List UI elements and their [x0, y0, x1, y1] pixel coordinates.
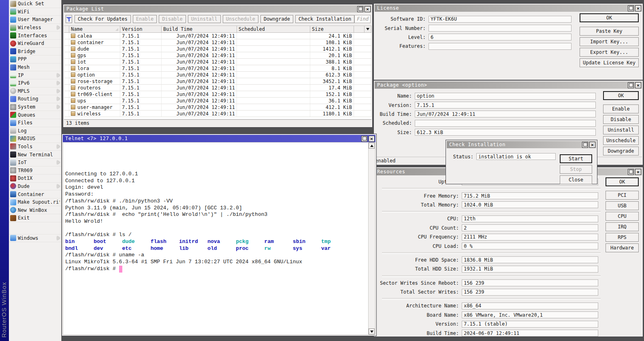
sidebar-item-queues[interactable]: Queues: [9, 111, 61, 119]
size-field[interactable]: [415, 129, 596, 136]
pci-button[interactable]: PCI: [606, 191, 639, 200]
scheduled-field[interactable]: [415, 120, 596, 127]
table-row[interactable]: wireless7.15.1Jun/07/2024 12:49:111180.1…: [64, 111, 371, 117]
sidebar-item-wireless[interactable]: Wireless: [9, 24, 61, 32]
table-row[interactable]: container7.15.1Jun/07/2024 12:49:11108.1…: [64, 39, 371, 46]
table-row[interactable]: routeros7.15.1Jun/07/2024 12:49:1117.4 M…: [64, 85, 371, 91]
cpu-field[interactable]: [462, 215, 598, 222]
paste-key-button[interactable]: Paste Key: [580, 27, 639, 36]
column-scheduled[interactable]: Scheduled: [237, 26, 310, 33]
irq-button[interactable]: IRQ: [606, 222, 639, 231]
sidebar-item-wifi[interactable]: WiFi: [9, 8, 61, 16]
terminal-scrollbar[interactable]: [368, 143, 375, 335]
sector-writes-since-reboot-field[interactable]: [462, 279, 598, 286]
architecture-name-field[interactable]: [462, 303, 598, 309]
sidebar-item-bridge[interactable]: Bridge: [9, 48, 61, 56]
sidebar-item-ip[interactable]: IP: [9, 71, 61, 79]
level-field[interactable]: [429, 34, 571, 40]
close-button[interactable]: ×: [635, 169, 641, 175]
update-license-key-button[interactable]: Update License Key: [580, 58, 639, 67]
find-input[interactable]: Find: [354, 15, 371, 23]
sidebar-item-system[interactable]: System: [9, 103, 61, 111]
column-select[interactable]: [64, 26, 69, 33]
table-row[interactable]: rose-storage7.15.1Jun/07/2024 12:49:1134…: [64, 78, 371, 85]
sidebar-item-windows[interactable]: Windows: [9, 234, 61, 243]
sidebar-item-interfaces[interactable]: Interfaces: [9, 32, 61, 40]
rps-button[interactable]: RPS: [606, 233, 639, 242]
close-button[interactable]: ×: [635, 82, 641, 88]
free-hdd-space-field[interactable]: [462, 256, 598, 263]
column-size[interactable]: Size: [310, 26, 354, 33]
sidebar-item-quick-set[interactable]: Quick Set: [9, 0, 61, 8]
export-key-button[interactable]: Export Key...: [580, 48, 639, 57]
total-hdd-size-field[interactable]: [462, 266, 598, 273]
filter-button[interactable]: [66, 15, 72, 23]
usb-button[interactable]: USB: [606, 201, 639, 210]
maximize-button[interactable]: [628, 82, 634, 88]
unschedule-button[interactable]: Unschedule: [603, 136, 639, 145]
column-dropdown-button[interactable]: [365, 26, 371, 33]
terminal-output[interactable]: Connecting to 127.0.0.1Connected to 127.…: [63, 143, 369, 335]
check-installation-button[interactable]: Check Installation: [295, 15, 354, 23]
close-button[interactable]: ×: [365, 6, 371, 12]
board-name-field[interactable]: [462, 311, 598, 318]
maximize-button[interactable]: [582, 142, 588, 148]
sidebar-item-tools[interactable]: Tools: [9, 143, 61, 151]
sidebar-item-files[interactable]: Files: [9, 119, 61, 127]
scroll-down-button[interactable]: [369, 328, 375, 335]
free-memory-field[interactable]: [462, 192, 598, 199]
table-row[interactable]: tr069-client7.15.1Jun/07/2024 12:49:1115…: [64, 91, 371, 98]
ok-button[interactable]: OK: [580, 13, 639, 22]
license-titlebar[interactable]: License ×: [375, 4, 642, 12]
cpu-load-field[interactable]: [462, 243, 598, 249]
sidebar-item-user-manager[interactable]: User Manager: [9, 16, 61, 24]
sidebar-item-make-supout-rif[interactable]: Make Supout.rif: [9, 198, 61, 207]
maximize-button[interactable]: [628, 5, 634, 11]
telnet-titlebar[interactable]: Telnet <7> 127.0.0.1 ×: [63, 135, 375, 142]
package-list-titlebar[interactable]: Package List ×: [64, 5, 371, 13]
ok-button[interactable]: OK: [606, 177, 639, 186]
status-field[interactable]: [476, 153, 556, 160]
column-build-time[interactable]: Build Time: [162, 26, 237, 33]
cpu-button[interactable]: CPU: [606, 212, 639, 221]
package-option-titlebar[interactable]: Package <option> ×: [375, 81, 642, 89]
maximize-button[interactable]: [361, 136, 367, 142]
scroll-up-button[interactable]: [369, 143, 375, 149]
close-button[interactable]: Close: [560, 175, 592, 184]
start-button[interactable]: Start: [560, 154, 592, 163]
serial-number-field[interactable]: [429, 25, 571, 32]
version-field[interactable]: [462, 321, 598, 328]
disable-button[interactable]: Disable: [603, 115, 639, 124]
check-installation-titlebar[interactable]: Check Installation ×: [447, 141, 596, 148]
table-row[interactable]: iot7.15.1Jun/07/2024 12:49:11388.1 KiB: [64, 59, 371, 65]
table-row[interactable]: ups7.15.1Jun/07/2024 12:49:1136.1 KiB: [64, 98, 371, 104]
name-field[interactable]: [415, 93, 596, 100]
features-field[interactable]: [429, 43, 571, 50]
downgrade-button[interactable]: Downgrade: [260, 15, 293, 23]
sidebar-item-wireguard[interactable]: WireGuard: [9, 40, 61, 48]
close-button[interactable]: ×: [589, 142, 595, 148]
sidebar-item-ipv6[interactable]: IPv6: [9, 79, 61, 87]
version-field[interactable]: [415, 102, 596, 109]
close-button[interactable]: ×: [635, 5, 641, 11]
build-time-field[interactable]: [415, 111, 596, 117]
column-version[interactable]: Version: [120, 26, 162, 33]
sidebar-item-dude[interactable]: Dude: [9, 183, 61, 191]
software-id-field[interactable]: [429, 16, 571, 23]
sidebar-item-ppp[interactable]: PPP: [9, 55, 61, 64]
sidebar-item-exit[interactable]: Exit: [9, 214, 61, 222]
cpu-count-field[interactable]: [462, 224, 598, 231]
sidebar-item-radius[interactable]: RADIUS: [9, 135, 61, 143]
sidebar-item-mesh[interactable]: Mesh: [9, 64, 61, 72]
import-key-button[interactable]: Import Key...: [580, 37, 639, 46]
close-button[interactable]: ×: [369, 136, 375, 142]
hardware-button[interactable]: Hardware: [606, 243, 639, 252]
maximize-button[interactable]: [357, 6, 363, 12]
sidebar-item-mpls[interactable]: MPLS: [9, 87, 61, 96]
ok-button[interactable]: OK: [603, 91, 639, 100]
downgrade-button[interactable]: Downgrade: [603, 147, 639, 156]
uninstall-button[interactable]: Uninstall: [603, 126, 639, 134]
total-memory-field[interactable]: [462, 201, 598, 208]
table-row[interactable]: dude7.15.1Jun/07/2024 12:49:111412.1 KiB: [64, 46, 371, 52]
sidebar-item-log[interactable]: Log: [9, 127, 61, 135]
